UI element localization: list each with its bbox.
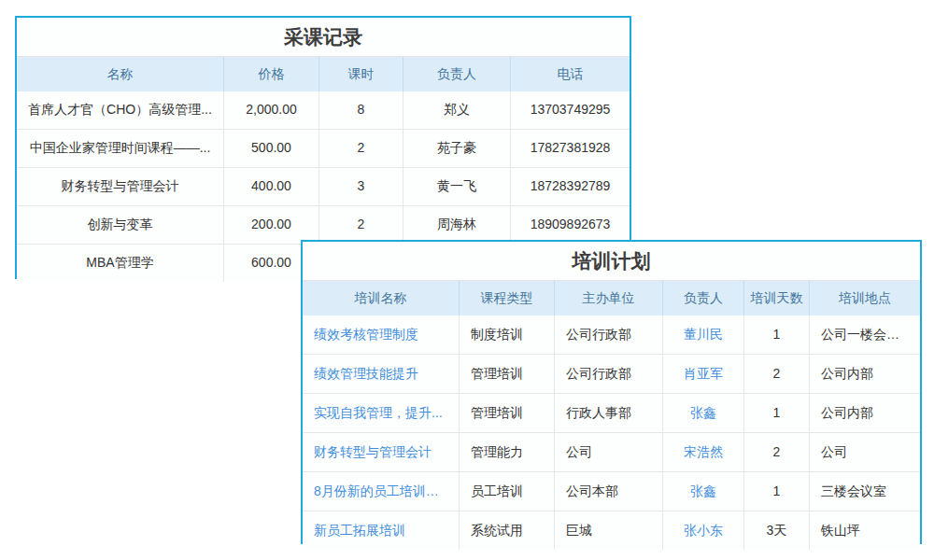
- table-row: 新员工拓展培训系统试用巨城张小东3天铁山坪: [303, 511, 920, 550]
- table-row: 财务转型与管理会计400.003黄一飞18728392789: [17, 167, 630, 205]
- header-cell: 名称: [17, 57, 224, 91]
- table-cell: 中国企业家管理时间课程——...: [17, 130, 224, 167]
- table-row: 首席人才官（CHO）高级管理...2,000.008郑义13703749295: [17, 91, 630, 129]
- table-cell: 公司: [555, 433, 663, 471]
- table-cell: 创新与变革: [17, 206, 224, 244]
- header-cell: 电话: [511, 57, 630, 91]
- table-cell: 2: [744, 433, 810, 471]
- table-cell: 周海林: [403, 206, 511, 244]
- table-cell: 13703749295: [511, 91, 630, 129]
- link-cell[interactable]: 肖亚军: [663, 355, 744, 393]
- table-cell: 公司行政部: [555, 315, 663, 354]
- link-cell[interactable]: 实现自我管理，提升...: [303, 394, 460, 432]
- table-cell: 400.00: [224, 168, 319, 205]
- link-cell[interactable]: 绩效考核管理制度: [303, 315, 460, 354]
- table-cell: 3天: [744, 511, 810, 550]
- table-cell: 200.00: [224, 206, 319, 244]
- table-row: 创新与变革200.002周海林18909892673: [17, 205, 630, 244]
- training-plan-header-row: 培训名称课程类型主办单位负责人培训天数培训地点: [303, 281, 920, 315]
- purchase-records-title: 采课记录: [17, 18, 630, 57]
- table-cell: 公司本部: [555, 472, 663, 511]
- table-cell: 1: [744, 315, 810, 354]
- link-cell[interactable]: 宋浩然: [663, 433, 744, 471]
- table-cell: 3: [319, 168, 403, 205]
- header-cell: 负责人: [403, 57, 511, 91]
- link-cell[interactable]: 张鑫: [663, 394, 744, 432]
- table-cell: 17827381928: [511, 130, 630, 167]
- table-row: 实现自我管理，提升...管理培训行政人事部张鑫1公司内部: [303, 393, 920, 432]
- table-row: 财务转型与管理会计管理能力公司宋浩然2公司: [303, 432, 920, 471]
- table-cell: 2: [319, 206, 403, 244]
- table-cell: 管理培训: [460, 394, 555, 432]
- table-cell: 财务转型与管理会计: [17, 168, 224, 205]
- table-cell: 公司内部: [810, 394, 920, 432]
- table-row: 中国企业家管理时间课程——...500.002苑子豪17827381928: [17, 129, 630, 167]
- table-cell: 黄一飞: [403, 168, 511, 205]
- table-row: 绩效管理技能提升管理培训公司行政部肖亚军2公司内部: [303, 354, 920, 393]
- table-cell: 公司: [810, 433, 920, 471]
- table-cell: 公司行政部: [555, 355, 663, 393]
- table-cell: 首席人才官（CHO）高级管理...: [17, 91, 224, 129]
- link-cell[interactable]: 8月份新的员工培训计划: [303, 472, 460, 511]
- table-cell: 管理培训: [460, 355, 555, 393]
- table-row: 绩效考核管理制度制度培训公司行政部董川民1公司一楼会议室: [303, 315, 920, 354]
- header-cell: 价格: [224, 57, 319, 91]
- table-cell: 三楼会议室: [810, 472, 920, 511]
- header-cell: 培训天数: [744, 281, 810, 315]
- table-cell: 1: [744, 472, 810, 511]
- table-cell: 制度培训: [460, 315, 555, 354]
- table-row: 8月份新的员工培训计划员工培训公司本部张鑫1三楼会议室: [303, 471, 920, 511]
- table-cell: 行政人事部: [555, 394, 663, 432]
- link-cell[interactable]: 张鑫: [663, 472, 744, 511]
- training-plan-card: 培训计划 培训名称课程类型主办单位负责人培训天数培训地点 绩效考核管理制度制度培…: [301, 240, 922, 544]
- table-cell: 管理能力: [460, 433, 555, 471]
- table-cell: 铁山坪: [810, 511, 920, 550]
- table-cell: 巨城: [555, 511, 663, 550]
- table-cell: 1: [744, 394, 810, 432]
- header-cell: 负责人: [663, 281, 744, 315]
- header-cell: 主办单位: [555, 281, 663, 315]
- training-plan-title: 培训计划: [303, 242, 920, 281]
- table-cell: MBA管理学: [17, 245, 224, 282]
- link-cell[interactable]: 财务转型与管理会计: [303, 433, 460, 471]
- link-cell[interactable]: 张小东: [663, 511, 744, 550]
- header-cell: 课程类型: [460, 281, 555, 315]
- link-cell[interactable]: 新员工拓展培训: [303, 511, 460, 550]
- table-cell: 500.00: [224, 130, 319, 167]
- table-cell: 2,000.00: [224, 91, 319, 129]
- table-cell: 公司内部: [810, 355, 920, 393]
- table-cell: 18728392789: [511, 168, 630, 205]
- table-cell: 郑义: [403, 91, 511, 129]
- purchase-records-header-row: 名称价格课时负责人电话: [17, 57, 630, 91]
- table-cell: 8: [319, 91, 403, 129]
- table-cell: 2: [319, 130, 403, 167]
- table-cell: 系统试用: [460, 511, 555, 550]
- table-cell: 18909892673: [511, 206, 630, 244]
- table-cell: 公司一楼会议室: [810, 315, 920, 354]
- header-cell: 培训地点: [810, 281, 920, 315]
- link-cell[interactable]: 董川民: [663, 315, 744, 354]
- table-cell: 苑子豪: [403, 130, 511, 167]
- header-cell: 培训名称: [303, 281, 460, 315]
- training-plan-body: 绩效考核管理制度制度培训公司行政部董川民1公司一楼会议室绩效管理技能提升管理培训…: [303, 315, 920, 550]
- link-cell[interactable]: 绩效管理技能提升: [303, 355, 460, 393]
- page: 采课记录 名称价格课时负责人电话 首席人才官（CHO）高级管理...2,000.…: [0, 0, 934, 560]
- table-cell: 2: [744, 355, 810, 393]
- header-cell: 课时: [319, 57, 403, 91]
- table-cell: 员工培训: [460, 472, 555, 511]
